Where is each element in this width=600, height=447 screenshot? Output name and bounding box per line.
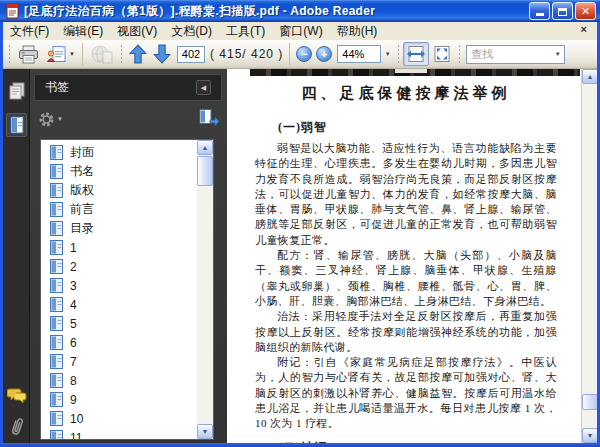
gear-dropdown-icon: ▼ bbox=[57, 116, 63, 122]
previous-page-button[interactable] bbox=[126, 42, 150, 66]
paragraph: 弱智是以大脑功能、适应性行为、语言功能缺陷为主要特征的生理、心理疾患。多发生在婴… bbox=[255, 141, 557, 248]
goto-bookmark-button[interactable] bbox=[197, 108, 219, 130]
globe-page-icon bbox=[90, 44, 114, 64]
bookmark-page-icon bbox=[50, 430, 63, 440]
document-view[interactable]: 四、足底保健按摩法举例 (一)弱智 弱智是以大脑功能、适应性行为、语言功能缺陷为… bbox=[227, 69, 597, 443]
bookmark-item[interactable]: 封面 bbox=[41, 143, 213, 162]
bookmark-item[interactable]: 6 bbox=[41, 333, 213, 352]
bookmark-item[interactable]: 书名 bbox=[41, 162, 213, 181]
bookmark-page-icon bbox=[50, 373, 63, 388]
fit-page-button[interactable] bbox=[429, 42, 455, 66]
bookmark-item[interactable]: 2 bbox=[41, 257, 213, 276]
bookmarks-sidebar: 书签 ◀ ▼ bbox=[30, 69, 227, 443]
zoom-level-input[interactable]: 44% bbox=[337, 45, 381, 63]
scrollbar-thumb[interactable] bbox=[582, 394, 597, 410]
bookmark-page-icon bbox=[50, 221, 63, 236]
subsection-heading: (一)弱智 bbox=[255, 119, 557, 136]
pdf-page: 四、足底保健按摩法举例 (一)弱智 弱智是以大脑功能、适应性行为、语言功能缺陷为… bbox=[255, 82, 557, 443]
bookmark-label: 7 bbox=[70, 355, 77, 369]
pages-panel-button[interactable] bbox=[6, 79, 27, 103]
bookmark-label: 版权 bbox=[70, 182, 94, 199]
bookmarks-panel-button[interactable] bbox=[6, 113, 27, 137]
minimize-icon bbox=[536, 13, 544, 16]
paragraph: 配方：肾、输尿管、膀胱、大脑（头部）、小脑及脑干、额窦、三叉神经、肾上腺、脑垂体… bbox=[255, 248, 557, 309]
bookmark-item[interactable]: 7 bbox=[41, 352, 213, 371]
menu-item[interactable]: 工具(T) bbox=[219, 22, 272, 41]
comments-icon bbox=[7, 386, 27, 404]
toolbar-grip[interactable] bbox=[8, 44, 11, 64]
toolbar-grip[interactable] bbox=[458, 44, 461, 64]
menu-bar-close-icon[interactable]: × bbox=[574, 23, 594, 35]
bookmark-label: 9 bbox=[70, 393, 77, 407]
pages-icon bbox=[8, 81, 26, 101]
scroll-down-button[interactable]: ▼ bbox=[197, 424, 213, 439]
maximize-button[interactable] bbox=[552, 2, 573, 20]
export-button[interactable]: ▼ bbox=[43, 42, 78, 66]
page-number-input[interactable] bbox=[177, 46, 205, 63]
comments-panel-button[interactable] bbox=[6, 383, 27, 407]
scrollbar-thumb[interactable] bbox=[197, 156, 213, 186]
bookmark-page-icon bbox=[50, 335, 63, 350]
bookmark-page-icon bbox=[50, 183, 63, 198]
menu-item[interactable]: 文档(D) bbox=[164, 22, 219, 41]
paragraph: 附记：引自《家庭常见病症足部按摩疗法》。中医认为，人的智力与心肾有关，故足部按摩… bbox=[255, 355, 557, 431]
bookmark-item[interactable]: 1 bbox=[41, 238, 213, 257]
document-scrollbar[interactable]: ▲ ▼ bbox=[581, 69, 597, 443]
print-button[interactable] bbox=[14, 42, 43, 66]
window-border-bottom bbox=[0, 443, 600, 447]
attachments-panel-button[interactable] bbox=[6, 415, 27, 439]
page-count-label: ( 415/ 420 ) bbox=[210, 47, 283, 61]
scroll-up-button[interactable]: ▲ bbox=[582, 69, 597, 84]
bookmark-item[interactable]: 11 bbox=[41, 428, 213, 440]
bookmark-item[interactable]: 8 bbox=[41, 371, 213, 390]
bookmark-item[interactable]: 版权 bbox=[41, 181, 213, 200]
zoom-out-button[interactable]: − bbox=[296, 46, 312, 62]
close-button[interactable]: ✕ bbox=[575, 2, 596, 20]
down-arrow-icon bbox=[153, 44, 171, 64]
bookmark-label: 3 bbox=[70, 279, 77, 293]
minimize-button[interactable] bbox=[529, 2, 550, 20]
bookmark-page-icon bbox=[50, 278, 63, 293]
bookmark-item[interactable]: 4 bbox=[41, 295, 213, 314]
gear-icon bbox=[38, 111, 55, 128]
main-toolbar: ▼ ( 415/ 420 ) − + 44% ▼ bbox=[3, 40, 597, 69]
export-dropdown-icon: ▼ bbox=[69, 51, 75, 57]
bookmark-item[interactable]: 10 bbox=[41, 409, 213, 428]
pdf-app-icon bbox=[5, 3, 21, 19]
bookmark-page-icon bbox=[50, 240, 63, 255]
bookmark-label: 封面 bbox=[70, 144, 94, 161]
zoom-in-button[interactable]: + bbox=[316, 46, 332, 62]
menu-item[interactable]: 帮助(H) bbox=[330, 22, 385, 41]
bookmark-label: 6 bbox=[70, 336, 77, 350]
bookmark-list-scrollbar[interactable]: ▲ ▼ bbox=[197, 140, 213, 439]
bookmark-options-button[interactable]: ▼ bbox=[38, 111, 63, 128]
bookmark-page-icon bbox=[50, 316, 63, 331]
bookmark-page-icon bbox=[50, 259, 63, 274]
menu-item[interactable]: 文件(F) bbox=[3, 22, 56, 41]
bookmark-item[interactable]: 9 bbox=[41, 390, 213, 409]
previous-page-scan-edge bbox=[250, 69, 580, 76]
scroll-down-button[interactable]: ▼ bbox=[582, 428, 597, 443]
find-input[interactable] bbox=[467, 47, 551, 62]
bookmark-item[interactable]: 目录 bbox=[41, 219, 213, 238]
next-page-button[interactable] bbox=[150, 42, 174, 66]
web-capture-button[interactable] bbox=[87, 42, 117, 66]
toolbar-grip[interactable] bbox=[120, 44, 123, 64]
bookmark-item[interactable]: 前言 bbox=[41, 200, 213, 219]
menu-item[interactable]: 窗口(W) bbox=[272, 22, 329, 41]
menu-item[interactable]: 编辑(E) bbox=[56, 22, 110, 41]
menu-item[interactable]: 视图(V) bbox=[110, 22, 164, 41]
window-controls: ✕ bbox=[529, 2, 596, 20]
scroll-up-button[interactable]: ▲ bbox=[197, 140, 213, 155]
bookmark-item[interactable]: 5 bbox=[41, 314, 213, 333]
zoom-dropdown-icon[interactable]: ▼ bbox=[381, 45, 394, 63]
content-area: 书签 ◀ ▼ bbox=[3, 69, 597, 443]
collapse-panel-button[interactable]: ◀ bbox=[196, 80, 211, 95]
bookmark-page-icon bbox=[50, 354, 63, 369]
bookmark-item[interactable]: 3 bbox=[41, 276, 213, 295]
fit-width-button[interactable] bbox=[403, 42, 429, 66]
bookmark-page-icon bbox=[50, 392, 63, 407]
toolbar-grip[interactable] bbox=[397, 44, 400, 64]
export-document-icon bbox=[46, 45, 67, 64]
find-dropdown-icon[interactable]: ▼ bbox=[551, 51, 564, 57]
